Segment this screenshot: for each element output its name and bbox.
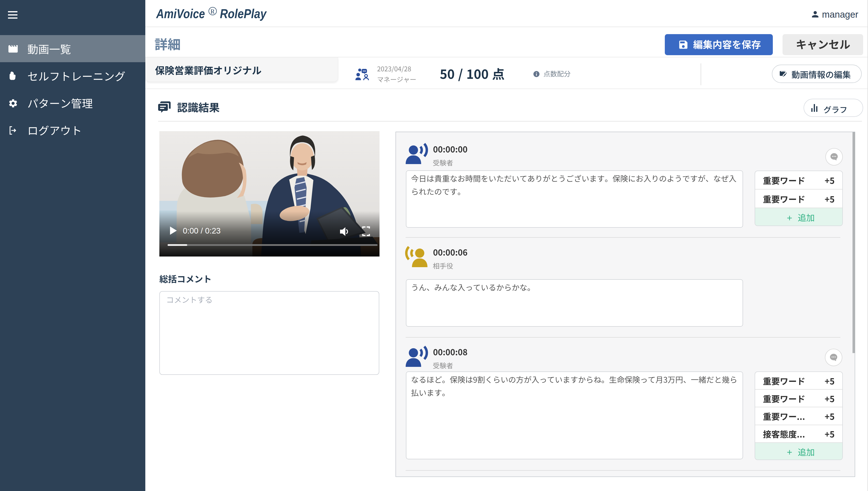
svg-text:0:00 / 0:23: 0:00 / 0:23 — [183, 226, 221, 235]
